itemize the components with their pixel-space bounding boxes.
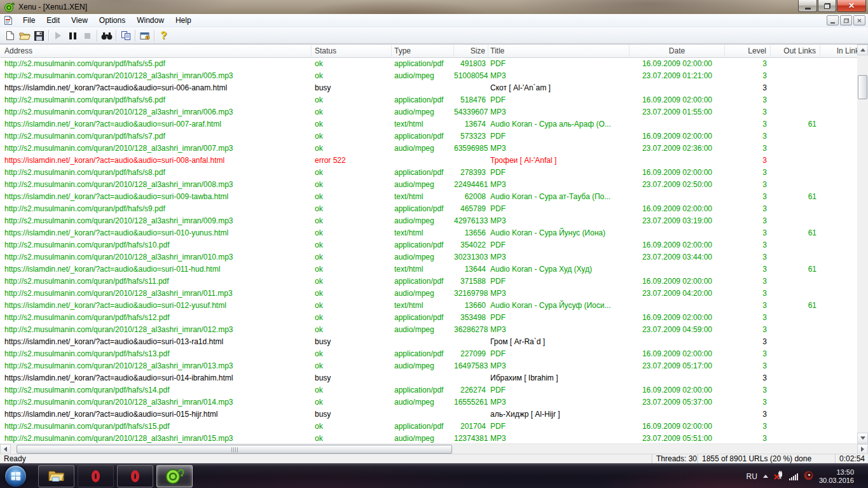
column-header-title[interactable]: Title <box>488 45 630 58</box>
table-row[interactable]: http://s2.musulmanin.com/quran/pdf/hafs/… <box>0 348 857 360</box>
cell-title: MP3 <box>488 179 630 191</box>
new-file-button[interactable] <box>3 29 17 43</box>
table-row[interactable]: http://s2.musulmanin.com/quran/2010/128_… <box>0 251 857 263</box>
start-button[interactable] <box>5 466 26 487</box>
taskbar-item-xenu[interactable] <box>156 465 193 487</box>
table-row[interactable]: http://s2.musulmanin.com/quran/2010/128_… <box>0 396 857 408</box>
table-row[interactable]: http://s2.musulmanin.com/quran/2010/128_… <box>0 360 857 372</box>
cell-title: PDF <box>488 384 630 396</box>
cell-level: 3 <box>725 215 771 227</box>
cell-type: application/pdf <box>392 203 454 215</box>
properties-icon <box>140 31 150 41</box>
vertical-scrollbar[interactable] <box>857 45 868 443</box>
column-header-out_links[interactable]: Out Links <box>771 45 820 58</box>
table-row[interactable]: http://s2.musulmanin.com/quran/pdf/hafs/… <box>0 94 857 106</box>
table-row[interactable]: https://islamdin.net/_koran/?act=audio&a… <box>0 408 857 421</box>
menu-item-file[interactable]: File <box>17 15 41 26</box>
table-row[interactable]: http://s2.musulmanin.com/quran/2010/128_… <box>0 70 857 82</box>
table-row[interactable]: http://s2.musulmanin.com/quran/2010/128_… <box>0 106 857 118</box>
table-row[interactable]: http://s2.musulmanin.com/quran/pdf/hafs/… <box>0 167 857 179</box>
table-row[interactable]: http://s2.musulmanin.com/quran/2010/128_… <box>0 288 857 300</box>
cell-in_links <box>820 324 857 336</box>
table-row[interactable]: http://s2.musulmanin.com/quran/pdf/hafs/… <box>0 421 857 433</box>
cell-in_links <box>820 433 857 444</box>
menu-item-window[interactable]: Window <box>131 15 170 26</box>
mdi-minimize-button[interactable] <box>827 15 839 25</box>
cell-in_links <box>820 384 857 396</box>
menu-item-help[interactable]: Help <box>170 15 197 26</box>
cell-size: 227099 <box>454 348 488 360</box>
cell-status: ok <box>312 203 392 215</box>
menu-item-edit[interactable]: Edit <box>41 15 65 26</box>
table-row[interactable]: http://s2.musulmanin.com/quran/pdf/hafs/… <box>0 275 857 288</box>
taskbar-item-opera-2[interactable] <box>117 465 153 487</box>
taskbar-item-opera-1[interactable] <box>78 465 114 487</box>
column-header-type[interactable]: Type <box>392 45 454 58</box>
table-row[interactable]: http://s2.musulmanin.com/quran/2010/128_… <box>0 215 857 227</box>
column-header-date[interactable]: Date <box>630 45 725 58</box>
table-row[interactable]: http://s2.musulmanin.com/quran/pdf/hafs/… <box>0 312 857 324</box>
column-header-size[interactable]: Size <box>454 45 488 58</box>
network-disconnected-icon[interactable] <box>774 471 783 482</box>
table-row[interactable]: https://islamdin.net/_koran/?act=audio&a… <box>0 336 857 348</box>
table-row[interactable]: http://s2.musulmanin.com/quran/2010/128_… <box>0 433 857 444</box>
table-row[interactable]: https://islamdin.net/_koran/?act=audio&a… <box>0 118 857 130</box>
table-row[interactable]: http://s2.musulmanin.com/quran/pdf/hafs/… <box>0 384 857 396</box>
play-button[interactable] <box>51 29 65 43</box>
table-row[interactable]: https://islamdin.net/_koran/?act=audio&a… <box>0 191 857 203</box>
cell-status: busy <box>312 336 392 348</box>
volume-icon[interactable] <box>804 471 813 482</box>
taskbar-item-explorer[interactable] <box>38 465 74 487</box>
table-row[interactable]: https://islamdin.net/_koran/?act=audio&a… <box>0 227 857 239</box>
table-row[interactable]: https://islamdin.net/_koran/?act=audio&a… <box>0 155 857 167</box>
cell-type: audio/mpeg <box>392 324 454 336</box>
open-file-button[interactable] <box>17 29 32 43</box>
scroll-left-button[interactable] <box>0 444 11 454</box>
document-icon[interactable] <box>3 15 13 25</box>
mdi-restore-button[interactable] <box>840 15 852 25</box>
horizontal-scrollbar[interactable] <box>0 443 868 454</box>
table-row[interactable]: http://s2.musulmanin.com/quran/pdf/hafs/… <box>0 203 857 215</box>
table-row[interactable]: https://islamdin.net/_koran/?act=audio&a… <box>0 300 857 312</box>
pause-button[interactable] <box>65 29 80 43</box>
table-row[interactable]: https://islamdin.net/_koran/?act=audio&a… <box>0 263 857 275</box>
horizontal-scrollbar-thumb[interactable] <box>17 445 452 454</box>
cell-level: 3 <box>725 312 771 324</box>
hidden-icons-arrow-icon[interactable] <box>763 475 768 478</box>
scroll-down-button[interactable] <box>857 433 868 443</box>
cell-level: 3 <box>725 191 771 203</box>
table-row[interactable]: http://s2.musulmanin.com/quran/2010/128_… <box>0 143 857 155</box>
minimize-button[interactable] <box>798 0 817 12</box>
table-row[interactable]: https://islamdin.net/_koran/?act=audio&a… <box>0 82 857 94</box>
help-button[interactable]: ? <box>156 29 171 43</box>
column-header-address[interactable]: Address <box>0 45 312 58</box>
vertical-scrollbar-thumb[interactable] <box>858 75 867 99</box>
cell-in_links <box>820 82 857 94</box>
signal-bars-icon[interactable] <box>789 473 798 480</box>
table-row[interactable]: http://s2.musulmanin.com/quran/2010/128_… <box>0 179 857 191</box>
stop-button[interactable] <box>80 29 95 43</box>
language-indicator[interactable]: RU <box>747 472 757 481</box>
properties-button[interactable] <box>137 29 152 43</box>
close-button[interactable]: ✕ <box>837 0 866 12</box>
column-header-status[interactable]: Status <box>312 45 392 58</box>
column-header-level[interactable]: Level <box>725 45 771 58</box>
clock[interactable]: 13:50 30.03.2016 <box>819 468 854 485</box>
cell-size: 371588 <box>454 275 488 288</box>
table-row[interactable]: http://s2.musulmanin.com/quran/2010/128_… <box>0 324 857 336</box>
menu-item-view[interactable]: View <box>65 15 93 26</box>
scroll-up-button[interactable] <box>857 45 868 55</box>
cell-status: ok <box>312 263 392 275</box>
restore-button[interactable] <box>818 0 836 12</box>
cell-title: Скот [ Al-'An`am ] <box>488 82 630 94</box>
mdi-close-button[interactable]: ✕ <box>853 15 865 25</box>
save-file-button[interactable] <box>32 29 46 43</box>
copy-button[interactable] <box>118 29 133 43</box>
table-row[interactable]: http://s2.musulmanin.com/quran/pdf/hafs/… <box>0 239 857 251</box>
table-row[interactable]: http://s2.musulmanin.com/quran/pdf/hafs/… <box>0 130 857 143</box>
menu-item-options[interactable]: Options <box>93 15 131 26</box>
scroll-right-button[interactable] <box>857 444 868 454</box>
table-row[interactable]: https://islamdin.net/_koran/?act=audio&a… <box>0 372 857 384</box>
find-button[interactable] <box>99 29 114 43</box>
table-row[interactable]: http://s2.musulmanin.com/quran/pdf/hafs/… <box>0 58 857 70</box>
